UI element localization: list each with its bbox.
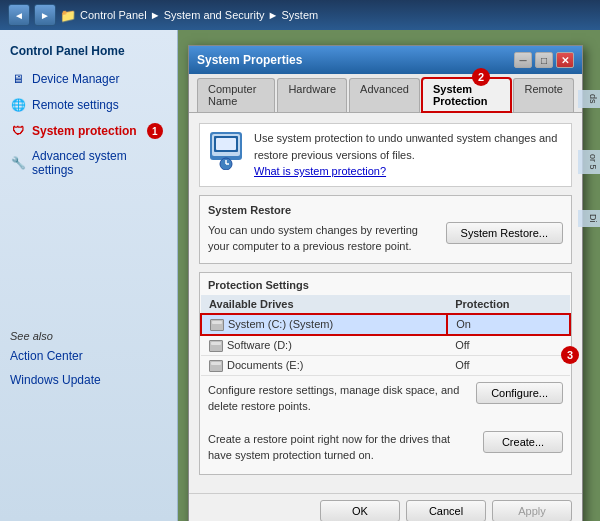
sidebar-spacer5 [0,282,177,302]
system-protection-icon: 🛡 [10,123,26,139]
tab-advanced[interactable]: Advanced [349,78,420,112]
device-manager-icon: 🖥 [10,71,26,87]
sidebar-spacer3 [0,242,177,262]
create-desc: Create a restore point right now for the… [208,431,483,464]
drives-table-body: System (C:) (System)OnSoftware (D:)OffDo… [201,314,570,376]
sidebar-spacer6 [0,302,177,322]
dialog-title: System Properties [197,53,302,67]
sidebar-item-label-system-protection: System protection [32,124,137,138]
maximize-button[interactable]: □ [535,52,553,68]
info-description: Use system protection to undo unwanted s… [254,132,557,161]
sidebar-spacer [0,202,177,222]
protection-settings-section: Protection Settings Available Drives Pro… [199,272,572,475]
col-protection-header: Protection [447,295,570,314]
create-row: Create a restore point right now for the… [200,425,571,470]
tab-system-protection[interactable]: System Protection [422,78,511,112]
apply-button[interactable]: Apply [492,500,572,521]
sidebar-item-action-center[interactable]: Action Center [0,344,177,368]
tab-computer-name[interactable]: Computer Name [197,78,275,112]
system-restore-section: System Restore You can undo system chang… [199,195,572,264]
system-restore-content: You can undo system changes by reverting… [208,222,563,255]
create-button[interactable]: Create... [483,431,563,453]
system-restore-desc: You can undo system changes by reverting… [208,222,446,255]
badge-3: 3 [561,346,579,364]
shield-clock-icon [206,130,246,170]
sidebar-item-advanced-settings[interactable]: 🔧 Advanced system settings [0,144,177,182]
svg-rect-3 [216,138,236,150]
breadcrumb: Control Panel ► System and Security ► Sy… [80,9,318,21]
advanced-settings-icon: 🔧 [10,155,26,171]
drive-icon [209,360,223,372]
tabs-bar: Computer Name Hardware Advanced System P… [189,74,582,113]
badge-2: 2 [472,68,490,86]
minimize-button[interactable]: ─ [514,52,532,68]
see-also-heading: See also [0,322,177,344]
back-button[interactable]: ◄ [8,4,30,26]
drives-table-header: Available Drives Protection [201,295,570,314]
sidebar-item-label-advanced-settings: Advanced system settings [32,149,167,177]
what-is-protection-link[interactable]: What is system protection? [254,165,386,177]
system-properties-dialog: System Properties ─ □ ✕ Computer Name Ha… [188,45,583,521]
tab-hardware[interactable]: Hardware [277,78,347,112]
drive-icon [209,340,223,352]
table-row[interactable]: System (C:) (System)On [201,314,570,335]
forward-button[interactable]: ► [34,4,56,26]
configure-button[interactable]: Configure... [476,382,563,404]
main-area: Control Panel Home 🖥 Device Manager 🌐 Re… [0,30,600,521]
table-row[interactable]: Documents (E:)Off [201,355,570,375]
sidebar-spacer2 [0,222,177,242]
sidebar-item-windows-update[interactable]: Windows Update [0,368,177,392]
protection-settings-title: Protection Settings [200,273,571,295]
system-restore-title: System Restore [208,204,563,216]
ok-button[interactable]: OK [320,500,400,521]
configure-desc: Configure restore settings, manage disk … [208,382,476,415]
col-drives-header: Available Drives [201,295,447,314]
sidebar-item-remote-settings[interactable]: 🌐 Remote settings [0,92,177,118]
dialog-body: Use system protection to undo unwanted s… [189,113,582,493]
sidebar-spacer4 [0,262,177,282]
cancel-button[interactable]: Cancel [406,500,486,521]
nav-bar: ◄ ► 📁 Control Panel ► System and Securit… [0,0,600,30]
badge-1: 1 [147,123,163,139]
sidebar-divider [0,182,177,202]
action-center-label: Action Center [10,349,83,363]
sidebar-item-label-remote-settings: Remote settings [32,98,119,112]
dialog-titlebar: System Properties ─ □ ✕ [189,46,582,74]
configure-row: Configure restore settings, manage disk … [200,376,571,421]
close-button[interactable]: ✕ [556,52,574,68]
info-text-block: Use system protection to undo unwanted s… [254,130,565,180]
tab-remote[interactable]: Remote [513,78,574,112]
windows-update-label: Windows Update [10,373,101,387]
right-hint-2: or 5 [578,150,600,174]
sidebar-item-system-protection[interactable]: 🛡 System protection 1 [0,118,177,144]
folder-icon: 📁 [60,8,76,23]
content-area: System Properties ─ □ ✕ Computer Name Ha… [178,30,600,521]
dialog-controls: ─ □ ✕ [514,52,574,68]
sidebar-item-device-manager[interactable]: 🖥 Device Manager [0,66,177,92]
info-section: Use system protection to undo unwanted s… [199,123,572,187]
system-restore-button[interactable]: System Restore... [446,222,563,244]
sidebar: Control Panel Home 🖥 Device Manager 🌐 Re… [0,30,178,521]
sidebar-item-label-device-manager: Device Manager [32,72,119,86]
drives-table: Available Drives Protection System (C:) … [200,295,571,376]
dialog-footer: OK Cancel Apply [189,493,582,521]
right-hint-3: Di [578,210,600,227]
right-hint: ds [578,90,600,108]
drive-icon [210,319,224,331]
remote-settings-icon: 🌐 [10,97,26,113]
sidebar-title: Control Panel Home [0,40,177,66]
table-row[interactable]: Software (D:)Off [201,335,570,356]
